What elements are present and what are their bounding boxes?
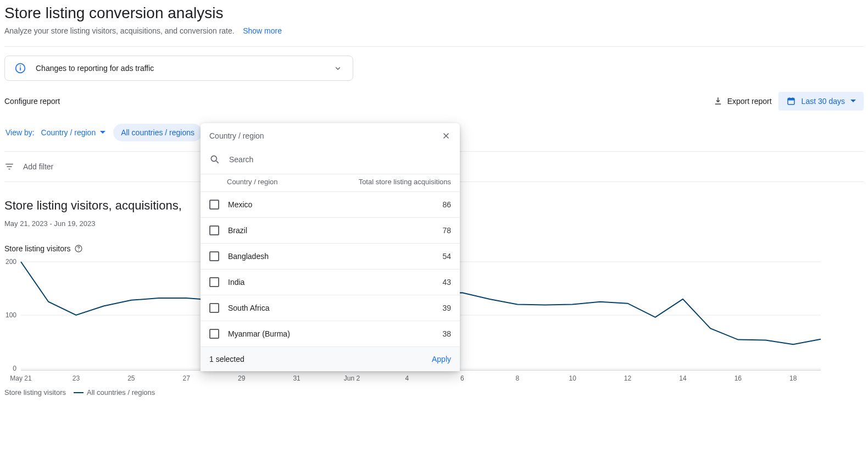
checkbox[interactable] xyxy=(209,303,219,313)
svg-text:18: 18 xyxy=(789,375,797,382)
legend-metric: Store listing visitors xyxy=(4,388,66,397)
country-name: India xyxy=(228,278,433,287)
list-item[interactable]: Mexico86 xyxy=(201,191,460,217)
chevron-down-icon xyxy=(333,63,343,73)
date-range-label: Last 30 days xyxy=(802,97,845,106)
list-item[interactable]: South Africa39 xyxy=(201,295,460,321)
svg-text:0: 0 xyxy=(13,365,16,372)
country-value: 39 xyxy=(442,304,451,312)
search-icon xyxy=(209,154,220,165)
list-item[interactable]: India43 xyxy=(201,269,460,295)
subtitle-text: Analyze your store listing visitors, acq… xyxy=(4,26,235,35)
country-value: 54 xyxy=(442,252,451,261)
export-report-button[interactable]: Export report xyxy=(713,96,772,106)
configure-report-label: Configure report xyxy=(4,97,60,106)
country-name: Bangladesh xyxy=(228,252,433,261)
filter-icon xyxy=(4,162,14,172)
svg-text:16: 16 xyxy=(735,375,742,382)
country-value: 78 xyxy=(442,226,451,235)
country-region-popover: Country / region Country / region Total … xyxy=(201,123,460,371)
apply-button[interactable]: Apply xyxy=(432,355,451,364)
page-subtitle: Analyze your store listing visitors, acq… xyxy=(4,26,864,35)
download-icon xyxy=(713,96,723,106)
close-icon[interactable] xyxy=(441,131,451,141)
popover-col-name: Country / region xyxy=(227,178,278,186)
svg-text:29: 29 xyxy=(238,375,246,382)
metric-label: Store listing visitors xyxy=(4,244,71,253)
svg-text:10: 10 xyxy=(569,375,576,382)
info-icon xyxy=(15,63,26,74)
legend-swatch xyxy=(74,392,84,393)
svg-text:12: 12 xyxy=(624,375,632,382)
country-name: South Africa xyxy=(228,304,433,312)
svg-point-6 xyxy=(78,250,79,250)
svg-rect-2 xyxy=(20,65,21,67)
svg-text:25: 25 xyxy=(127,375,135,382)
list-item[interactable]: Bangladesh54 xyxy=(201,243,460,269)
checkbox[interactable] xyxy=(209,277,219,287)
popover-list[interactable]: Mexico86Brazil78Bangladesh54India43South… xyxy=(201,191,460,346)
svg-text:4: 4 xyxy=(405,375,409,382)
chart-legend: Store listing visitors All countries / r… xyxy=(4,388,864,397)
popover-selected-count: 1 selected xyxy=(209,355,244,364)
caret-down-icon xyxy=(100,130,105,135)
show-more-link[interactable]: Show more xyxy=(243,26,282,35)
svg-text:31: 31 xyxy=(293,375,301,382)
list-item[interactable]: Myanmar (Burma)38 xyxy=(201,321,460,346)
svg-point-29 xyxy=(211,156,216,161)
view-by-dimension: Country / region xyxy=(41,128,96,137)
svg-text:14: 14 xyxy=(679,375,687,382)
popover-title: Country / region xyxy=(209,131,264,140)
svg-text:100: 100 xyxy=(5,311,16,319)
checkbox[interactable] xyxy=(209,251,219,261)
svg-text:27: 27 xyxy=(183,375,191,382)
export-label: Export report xyxy=(727,97,772,106)
page-title: Store listing conversion analysis xyxy=(4,4,864,22)
info-card[interactable]: Changes to reporting for ads traffic xyxy=(4,56,353,81)
caret-down-icon xyxy=(850,98,856,104)
date-range-dropdown[interactable]: Last 30 days xyxy=(778,92,864,111)
svg-rect-4 xyxy=(788,98,794,101)
svg-text:200: 200 xyxy=(5,258,16,266)
country-name: Brazil xyxy=(228,226,433,235)
svg-text:Jun 2: Jun 2 xyxy=(344,375,360,382)
dimension-filter-chip[interactable]: All countries / regions xyxy=(113,124,202,141)
svg-text:6: 6 xyxy=(460,375,464,382)
legend-series-label: All countries / regions xyxy=(87,388,155,397)
checkbox[interactable] xyxy=(209,200,219,210)
svg-rect-1 xyxy=(20,67,21,70)
view-by-dropdown[interactable]: View by: Country / region xyxy=(4,125,107,140)
view-by-prefix: View by: xyxy=(5,128,35,137)
country-value: 43 xyxy=(442,278,451,287)
svg-text:23: 23 xyxy=(73,375,80,382)
search-input[interactable] xyxy=(229,155,451,164)
svg-text:May 21: May 21 xyxy=(10,375,32,382)
add-filter-button[interactable]: Add filter xyxy=(23,162,53,171)
country-name: Myanmar (Burma) xyxy=(228,329,433,338)
checkbox[interactable] xyxy=(209,225,219,235)
popover-col-value: Total store listing acquisitions xyxy=(359,178,451,186)
country-value: 38 xyxy=(442,329,451,338)
svg-text:8: 8 xyxy=(515,375,519,382)
help-icon[interactable] xyxy=(74,244,83,253)
country-value: 86 xyxy=(442,200,451,209)
checkbox[interactable] xyxy=(209,329,219,339)
country-name: Mexico xyxy=(228,200,433,209)
info-text: Changes to reporting for ads traffic xyxy=(36,64,154,73)
list-item[interactable]: Brazil78 xyxy=(201,217,460,243)
calendar-icon xyxy=(786,96,796,106)
legend-series: All countries / regions xyxy=(74,388,155,397)
